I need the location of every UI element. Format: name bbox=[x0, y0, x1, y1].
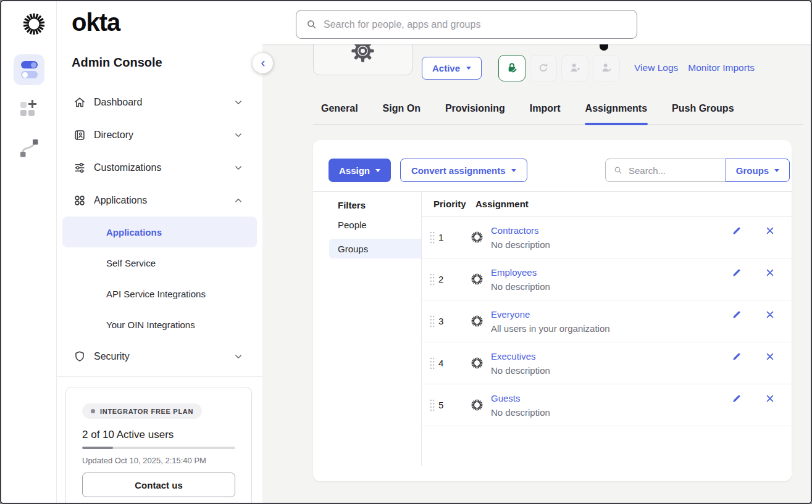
assign-user-button[interactable] bbox=[561, 55, 588, 81]
chevron-down-icon bbox=[233, 351, 244, 362]
column-assignment: Assignment bbox=[475, 199, 529, 209]
plus-icon bbox=[28, 100, 36, 108]
global-search-input[interactable] bbox=[324, 19, 627, 30]
tab-provisioning[interactable]: Provisioning bbox=[445, 94, 506, 124]
admin-console-rail-button[interactable] bbox=[14, 54, 44, 85]
group-icon bbox=[470, 314, 484, 328]
edit-sign-on-lock-button[interactable] bbox=[498, 55, 525, 81]
app-status-dropdown[interactable]: Active bbox=[422, 57, 482, 80]
sidebar-subitem-self-service[interactable]: Self Service bbox=[62, 247, 257, 278]
convert-label: Convert assignments bbox=[411, 165, 506, 176]
group-name-link[interactable]: Employees bbox=[491, 267, 537, 278]
chevron-left-icon bbox=[258, 59, 268, 68]
group-description: No description bbox=[491, 281, 731, 292]
priority-value: 2 bbox=[438, 274, 470, 284]
convert-assignments-dropdown-button[interactable]: Convert assignments bbox=[400, 159, 527, 182]
id-card-icon bbox=[73, 128, 86, 142]
global-search-box[interactable] bbox=[296, 10, 637, 39]
row-actions bbox=[731, 267, 776, 278]
drag-handle-icon[interactable] bbox=[429, 398, 435, 413]
monitor-imports-link[interactable]: Monitor Imports bbox=[688, 62, 755, 73]
topbar bbox=[262, 1, 811, 44]
group-name-link[interactable]: Executives bbox=[491, 351, 536, 361]
sidebar-item-dashboard[interactable]: Dashboard bbox=[57, 86, 262, 118]
tab-assignments[interactable]: Assignments bbox=[585, 94, 648, 124]
assignment-search-box[interactable] bbox=[605, 159, 726, 182]
chevron-down-icon bbox=[233, 162, 244, 173]
lock-edit-icon bbox=[505, 61, 519, 75]
drag-handle-icon[interactable] bbox=[429, 356, 435, 371]
nav-label: Customizations bbox=[94, 162, 161, 173]
table-row: 3 Everyone All users in your organizatio… bbox=[422, 300, 792, 342]
group-description: No description bbox=[491, 239, 731, 250]
chevron-down-icon bbox=[233, 130, 244, 141]
scope-label: Groups bbox=[736, 165, 769, 176]
remove-x-icon[interactable] bbox=[764, 393, 776, 404]
edit-pencil-icon[interactable] bbox=[731, 267, 742, 278]
filter-people[interactable]: People bbox=[329, 215, 421, 234]
group-description: All users in your organization bbox=[491, 323, 731, 334]
assign-dropdown-button[interactable]: Assign bbox=[329, 159, 391, 182]
group-name-link[interactable]: Contractors bbox=[491, 225, 539, 236]
assignment-search-input[interactable] bbox=[629, 165, 718, 176]
connections-rail-button[interactable] bbox=[17, 136, 41, 160]
filters-title: Filters bbox=[313, 192, 421, 210]
edit-pencil-icon[interactable] bbox=[731, 351, 742, 362]
add-apps-rail-button[interactable] bbox=[17, 97, 41, 122]
nav-label: Applications bbox=[94, 195, 147, 206]
person-check-icon bbox=[600, 61, 613, 75]
search-scope-dropdown[interactable]: Groups bbox=[726, 159, 790, 182]
grid-icon bbox=[73, 194, 86, 207]
sidebar: okta Admin Console Dashboard Directory C… bbox=[57, 1, 262, 503]
drag-handle-icon[interactable] bbox=[429, 272, 435, 287]
shield-icon bbox=[73, 350, 86, 363]
main-content: Active View Logs Monitor Imports General… bbox=[262, 1, 811, 503]
plan-dot-icon bbox=[91, 409, 95, 413]
toggle-on-icon bbox=[21, 61, 38, 68]
tab-general[interactable]: General bbox=[320, 94, 359, 124]
app-square-icon bbox=[20, 102, 27, 108]
group-name-link[interactable]: Everyone bbox=[491, 309, 530, 320]
collapse-sidebar-button[interactable] bbox=[253, 53, 273, 73]
contact-us-button[interactable]: Contact us bbox=[82, 473, 235, 497]
sidebar-item-customizations[interactable]: Customizations bbox=[57, 151, 262, 184]
remove-x-icon[interactable] bbox=[764, 225, 776, 236]
group-icon bbox=[470, 272, 484, 286]
tab-push-groups[interactable]: Push Groups bbox=[671, 94, 734, 124]
group-info: Contractors No description bbox=[491, 225, 731, 250]
row-actions bbox=[731, 225, 776, 236]
home-icon bbox=[73, 96, 86, 109]
remove-x-icon[interactable] bbox=[764, 351, 776, 362]
edit-pencil-icon[interactable] bbox=[731, 225, 742, 236]
sidebar-subitem-applications[interactable]: Applications bbox=[62, 217, 257, 247]
sidebar-item-applications[interactable]: Applications bbox=[57, 184, 262, 217]
sidebar-item-directory[interactable]: Directory bbox=[57, 118, 262, 151]
sidebar-item-security[interactable]: Security bbox=[57, 340, 262, 373]
remove-x-icon[interactable] bbox=[764, 309, 776, 320]
table-row: 4 Executives No description bbox=[422, 342, 792, 384]
tab-import[interactable]: Import bbox=[529, 94, 561, 124]
group-name-link[interactable]: Guests bbox=[491, 393, 521, 403]
sidebar-subitem-api-service-integrations[interactable]: API Service Integrations bbox=[62, 278, 257, 309]
edit-pencil-icon[interactable] bbox=[731, 309, 742, 320]
drag-handle-icon[interactable] bbox=[429, 230, 435, 245]
filter-groups[interactable]: Groups bbox=[329, 239, 421, 258]
admin-console-title: Admin Console bbox=[72, 56, 162, 70]
drag-handle-icon[interactable] bbox=[429, 314, 435, 329]
assign-label: Assign bbox=[339, 165, 370, 176]
assignment-search-group: Groups bbox=[605, 159, 790, 182]
refresh-icon bbox=[537, 61, 550, 75]
remove-x-icon[interactable] bbox=[764, 267, 776, 278]
refresh-app-button[interactable] bbox=[530, 55, 557, 81]
nav-label: Directory bbox=[94, 130, 133, 141]
tab-sign-on[interactable]: Sign On bbox=[382, 94, 421, 124]
group-description: No description bbox=[491, 407, 731, 418]
sidebar-subitem-your-oin-integrations[interactable]: Your OIN Integrations bbox=[62, 309, 257, 340]
plan-badge: INTEGRATOR FREE PLAN bbox=[82, 403, 202, 419]
edit-pencil-icon[interactable] bbox=[731, 393, 742, 404]
confirm-user-button[interactable] bbox=[593, 55, 620, 81]
app-title-descender bbox=[600, 44, 608, 51]
view-logs-link[interactable]: View Logs bbox=[634, 62, 678, 73]
plan-card: INTEGRATOR FREE PLAN 2 of 10 Active user… bbox=[65, 387, 252, 504]
group-info: Guests No description bbox=[491, 393, 731, 418]
